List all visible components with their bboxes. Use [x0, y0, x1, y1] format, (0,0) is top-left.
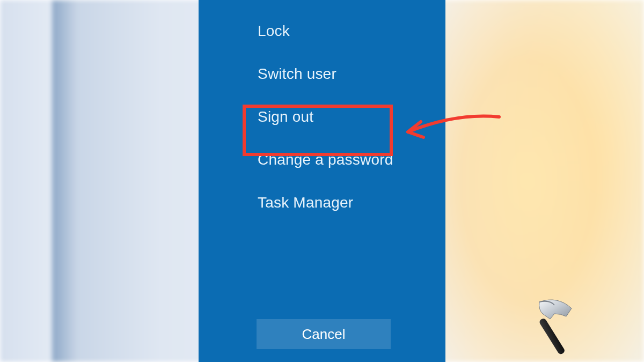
option-switch-user[interactable]: Switch user — [258, 65, 393, 83]
cancel-button[interactable]: Cancel — [257, 319, 391, 349]
option-task-manager[interactable]: Task Manager — [258, 194, 393, 211]
options-list: Lock Switch user Sign out Change a passw… — [258, 23, 393, 211]
security-options-panel: Lock Switch user Sign out Change a passw… — [199, 0, 445, 362]
option-lock[interactable]: Lock — [258, 23, 393, 40]
option-change-password[interactable]: Change a password — [258, 151, 393, 168]
option-sign-out[interactable]: Sign out — [258, 108, 393, 125]
